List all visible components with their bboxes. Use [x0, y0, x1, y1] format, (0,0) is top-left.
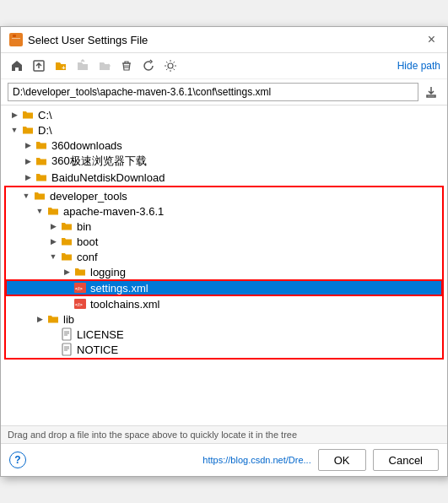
tree-item-maven[interactable]: ▼ apache-maven-3.6.1	[6, 203, 442, 219]
ok-button[interactable]: OK	[318, 449, 366, 471]
status-text: Drag and drop a file into the space abov…	[8, 430, 297, 440]
settings-button[interactable]	[161, 57, 180, 75]
tree-item-360downloads[interactable]: ▶ 360downloads	[1, 138, 447, 153]
highlighted-section: ▼ developer_tools ▼ apache-maven-3.6.1 ▶	[4, 186, 444, 360]
file-tree: ▶ C:\ ▼ D:\ ▶ 360downloads ▶	[1, 105, 447, 426]
folder-icon-360dl	[35, 138, 48, 152]
expand-icon-conf: ▼	[46, 250, 60, 263]
folder-icon-360br	[35, 154, 48, 168]
title-bar-left: Select User Settings File	[9, 33, 148, 46]
tree-item-c-drive[interactable]: ▶ C:\	[1, 107, 447, 122]
dialog-title: Select User Settings File	[28, 34, 148, 46]
tree-item-toolchains-xml[interactable]: </> toolchains.xml	[6, 296, 442, 311]
toolbar: + Hide path	[1, 53, 447, 79]
tree-item-devtools[interactable]: ▼ developer_tools	[6, 188, 442, 203]
folder-icon-logging	[73, 265, 87, 279]
expand-icon-360br: ▶	[21, 154, 35, 168]
app-icon	[9, 33, 23, 46]
tree-item-notice[interactable]: NOTICE	[6, 342, 442, 357]
file-icon-notice	[60, 343, 73, 356]
svg-text:</>: </>	[75, 302, 83, 307]
svg-text:+: +	[62, 64, 66, 72]
expand-icon-maven: ▼	[33, 204, 46, 218]
folder-up-button[interactable]	[73, 57, 92, 75]
path-download-button[interactable]	[422, 83, 440, 101]
tree-label-boot: boot	[77, 235, 98, 248]
tree-item-license[interactable]: LICENSE	[6, 327, 442, 342]
tree-item-logging[interactable]: ▶ logging	[6, 264, 442, 279]
tree-item-bin[interactable]: ▶ bin	[6, 219, 442, 234]
expand-icon-boot: ▶	[46, 235, 60, 248]
svg-rect-10	[62, 328, 71, 340]
folder-icon-lib	[46, 312, 60, 326]
folder-icon-devtools	[33, 189, 46, 203]
expand-icon-settings	[60, 281, 73, 295]
move-button[interactable]	[95, 57, 114, 75]
home-button[interactable]	[8, 57, 26, 75]
svg-rect-11	[62, 343, 71, 355]
expand-icon-notice	[46, 343, 60, 356]
tree-item-boot[interactable]: ▶ boot	[6, 234, 442, 249]
title-bar: Select User Settings File ×	[1, 27, 447, 53]
footer-link[interactable]: https://blog.csdn.net/Dre...	[202, 455, 310, 465]
folder-icon-maven	[46, 204, 60, 218]
tree-label-devtools: developer_tools	[50, 190, 127, 203]
expand-icon-lib: ▶	[33, 312, 46, 326]
tree-label-d: D:\	[38, 124, 52, 137]
tree-item-baidu[interactable]: ▶ BaiduNetdiskDownload	[1, 170, 447, 185]
xml-icon-toolchains: </>	[73, 297, 87, 311]
expand-icon-bin: ▶	[46, 219, 60, 233]
footer: ? https://blog.csdn.net/Dre... OK Cancel	[1, 444, 447, 476]
close-button[interactable]: ×	[424, 32, 439, 47]
file-icon-license	[60, 327, 73, 341]
tree-label-maven: apache-maven-3.6.1	[63, 205, 164, 218]
tree-item-settings-xml[interactable]: </> settings.xml	[6, 280, 442, 295]
expand-icon-baidu: ▶	[21, 170, 35, 184]
expand-icon-devtools: ▼	[19, 189, 33, 203]
up-button[interactable]	[30, 57, 48, 75]
new-folder-button[interactable]: +	[51, 57, 70, 75]
tree-label-360dl: 360downloads	[51, 139, 122, 152]
svg-rect-2	[12, 38, 20, 39]
tree-label-360br: 360极速浏览器下载	[51, 154, 147, 169]
tree-label-logging: logging	[90, 266, 126, 279]
hide-path-button[interactable]: Hide path	[397, 60, 440, 72]
path-input[interactable]	[8, 83, 418, 101]
tree-item-360browser[interactable]: ▶ 360极速浏览器下载	[1, 153, 447, 170]
tree-label-notice: NOTICE	[77, 343, 118, 356]
folder-icon-boot	[60, 235, 73, 248]
expand-icon-c: ▶	[8, 108, 21, 122]
tree-label-bin: bin	[77, 220, 91, 233]
tree-label-conf: conf	[77, 251, 98, 263]
svg-rect-0	[11, 36, 21, 44]
svg-point-5	[168, 63, 173, 68]
footer-left: ?	[9, 452, 26, 468]
svg-text:</>: </>	[75, 286, 83, 291]
expand-icon-license	[46, 327, 60, 341]
dialog: Select User Settings File × +	[0, 26, 448, 477]
tree-item-conf[interactable]: ▼ conf	[6, 249, 442, 264]
cancel-button[interactable]: Cancel	[373, 449, 439, 471]
folder-icon-bin	[60, 219, 73, 233]
refresh-button[interactable]	[139, 57, 158, 75]
expand-icon-logging: ▶	[60, 265, 73, 279]
delete-button[interactable]	[117, 57, 136, 75]
expand-icon-360dl: ▶	[21, 138, 35, 152]
path-bar	[1, 79, 447, 105]
folder-icon-baidu	[35, 170, 48, 184]
tree-label-settings-xml: settings.xml	[90, 282, 148, 295]
xml-icon-settings: </>	[73, 281, 87, 295]
folder-icon-d	[21, 123, 35, 137]
folder-icon-conf	[60, 250, 73, 263]
folder-icon-c	[21, 108, 35, 122]
help-button[interactable]: ?	[9, 452, 26, 468]
expand-icon-toolchains	[60, 297, 73, 311]
tree-item-lib[interactable]: ▶ lib	[6, 311, 442, 327]
expand-icon-d: ▼	[8, 123, 21, 137]
tree-label-baidu: BaiduNetdiskDownload	[51, 171, 165, 184]
tree-label-c: C:\	[38, 109, 52, 122]
footer-right: https://blog.csdn.net/Dre... OK Cancel	[202, 449, 439, 471]
tree-item-d-drive[interactable]: ▼ D:\	[1, 122, 447, 138]
status-bar: Drag and drop a file into the space abov…	[1, 426, 447, 444]
tree-label-toolchains-xml: toolchains.xml	[90, 298, 159, 311]
